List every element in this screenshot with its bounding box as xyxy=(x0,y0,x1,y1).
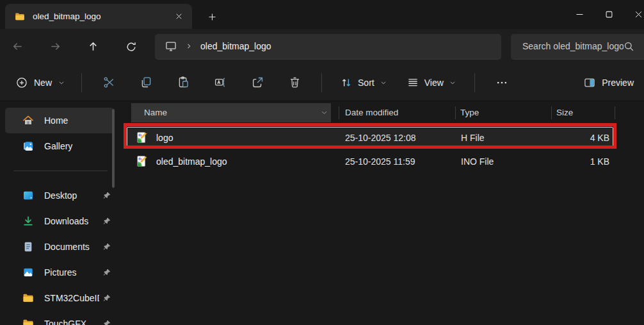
file-date-modified: 25-10-2025 11:59 xyxy=(340,156,456,167)
file-explorer-window: { "titlebar": { "tab_title": "oled_bitma… xyxy=(0,0,644,325)
search-box[interactable]: Search oled_bitmap_logo xyxy=(511,34,644,60)
pin-icon xyxy=(102,191,111,200)
sidebar-item-label: Downloads xyxy=(44,216,93,226)
view-button[interactable]: View xyxy=(399,70,464,96)
preview-toggle-button[interactable]: Preview xyxy=(574,70,643,96)
pictures-icon xyxy=(22,266,35,279)
copy-icon xyxy=(140,76,153,89)
tab-close-button[interactable] xyxy=(170,8,187,25)
documents-icon xyxy=(22,240,35,253)
column-filter-chevron-icon[interactable] xyxy=(320,108,328,117)
folder-icon xyxy=(22,292,35,304)
view-list-icon xyxy=(407,76,419,89)
copy-button[interactable] xyxy=(132,70,160,96)
view-button-label: View xyxy=(424,78,444,88)
chevron-down-icon xyxy=(380,79,387,87)
scissors-icon xyxy=(102,76,116,89)
up-button[interactable] xyxy=(80,34,106,60)
breadcrumb-chevron-icon[interactable] xyxy=(184,42,193,51)
pin-icon xyxy=(102,319,111,325)
sidebar-item-label: Home xyxy=(44,115,114,126)
pin-icon xyxy=(102,242,111,251)
forward-button[interactable] xyxy=(42,34,68,60)
breadcrumb-location[interactable]: oled_bitmap_logo xyxy=(200,41,271,51)
toolbar-separator xyxy=(321,73,322,92)
maximize-button[interactable] xyxy=(594,0,624,28)
column-header-name[interactable]: Name xyxy=(122,101,340,124)
back-button[interactable] xyxy=(4,34,30,60)
file-date-modified: 25-10-2025 12:08 xyxy=(340,133,456,143)
pin-icon xyxy=(102,217,111,226)
navigation-bar: oled_bitmap_logo Search oled_bitmap_logo xyxy=(0,29,644,64)
share-icon xyxy=(251,76,264,89)
refresh-button[interactable] xyxy=(118,34,144,60)
tab-title: oled_bitmap_logo xyxy=(33,12,163,21)
sidebar-item-label: Documents xyxy=(44,242,93,252)
address-bar[interactable]: oled_bitmap_logo xyxy=(155,34,501,60)
column-header-type[interactable]: Type xyxy=(456,101,552,124)
file-row-oled-bitmap-logo[interactable]: oled_bitmap_logo 25-10-2025 11:59 INO Fi… xyxy=(122,149,644,173)
content-area: Home Gallery Desktop Downloads Documents… xyxy=(0,101,644,325)
file-list-pane: Name Date modified Type Size xyxy=(122,101,644,325)
sketch-file-icon xyxy=(136,131,148,144)
sort-button-label: Sort xyxy=(358,78,374,88)
sidebar-item-label: Gallery xyxy=(44,141,114,151)
this-pc-icon xyxy=(165,40,177,53)
explorer-tab[interactable]: oled_bitmap_logo xyxy=(5,4,192,29)
file-row-logo[interactable]: logo 25-10-2025 12:08 H File 4 KB xyxy=(122,126,644,149)
search-icon[interactable] xyxy=(623,40,635,53)
column-divider[interactable] xyxy=(615,106,615,119)
delete-button[interactable] xyxy=(280,70,309,96)
plus-circle-icon xyxy=(15,76,28,89)
new-button-label: New xyxy=(34,78,52,88)
sort-button[interactable]: Sort xyxy=(332,70,395,96)
file-name: logo xyxy=(156,133,173,143)
sidebar-item-touchgfx[interactable]: TouchGFX xyxy=(5,311,114,325)
file-type: INO File xyxy=(456,156,552,167)
sidebar-item-desktop[interactable]: Desktop xyxy=(5,183,114,208)
file-rows: logo 25-10-2025 12:08 H File 4 KB oled_b… xyxy=(122,126,644,173)
column-headers: Name Date modified Type Size xyxy=(122,101,644,124)
column-header-date-modified[interactable]: Date modified xyxy=(340,101,456,124)
sidebar-item-documents[interactable]: Documents xyxy=(5,234,114,260)
new-button[interactable]: New xyxy=(8,70,73,96)
column-divider[interactable] xyxy=(339,106,339,119)
sidebar-item-downloads[interactable]: Downloads xyxy=(5,208,114,234)
sidebar-item-label: STM32CubeIDE xyxy=(44,293,99,303)
more-options-button[interactable] xyxy=(488,70,516,96)
file-size: 4 KB xyxy=(552,133,615,143)
new-tab-button[interactable] xyxy=(202,8,221,26)
sidebar: Home Gallery Desktop Downloads Documents… xyxy=(0,101,122,325)
file-type: H File xyxy=(456,133,552,143)
pin-icon xyxy=(102,294,111,303)
command-toolbar: New Sort View Preview xyxy=(0,64,644,101)
preview-pane-icon xyxy=(583,76,596,89)
cut-button[interactable] xyxy=(95,70,123,96)
toolbar-separator xyxy=(474,73,475,92)
share-button[interactable] xyxy=(243,70,271,96)
desktop-icon xyxy=(22,189,35,202)
sidebar-item-home[interactable]: Home xyxy=(5,108,114,133)
rename-button[interactable] xyxy=(206,70,234,96)
minimize-button[interactable] xyxy=(565,0,594,28)
chevron-down-icon xyxy=(58,79,65,87)
sidebar-item-label: TouchGFX xyxy=(44,319,93,325)
sidebar-item-gallery[interactable]: Gallery xyxy=(5,133,114,159)
sidebar-divider xyxy=(14,171,108,171)
sketch-file-icon xyxy=(136,155,148,167)
home-icon xyxy=(22,114,35,127)
sidebar-item-stm32cubeide[interactable]: STM32CubeIDE xyxy=(5,285,114,311)
gallery-icon xyxy=(22,140,35,153)
paste-button[interactable] xyxy=(169,70,197,96)
folder-icon xyxy=(14,11,26,22)
column-header-size[interactable]: Size xyxy=(552,101,615,124)
folder-icon xyxy=(22,317,35,325)
pin-icon xyxy=(102,268,111,277)
clipboard-icon xyxy=(177,76,190,89)
sidebar-scrollbar[interactable] xyxy=(112,109,115,188)
close-window-button[interactable] xyxy=(624,0,644,28)
sidebar-item-pictures[interactable]: Pictures xyxy=(5,260,114,285)
rename-icon xyxy=(214,76,227,89)
toolbar-separator xyxy=(81,73,82,92)
titlebar: oled_bitmap_logo xyxy=(0,0,644,29)
